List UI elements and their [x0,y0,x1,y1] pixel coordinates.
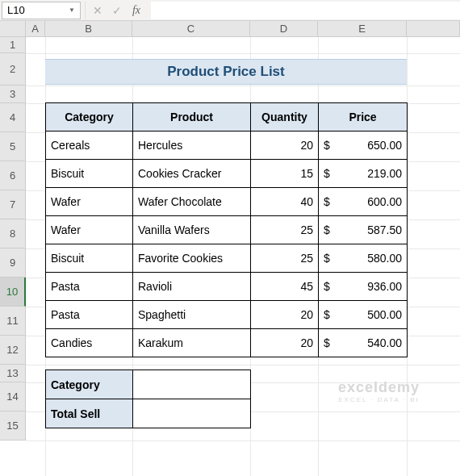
row-header-2[interactable]: 2 [0,53,26,86]
row-header-8[interactable]: 8 [0,219,26,248]
price-table: Category Product Quantity Price CerealsH… [45,102,408,357]
row-header-14[interactable]: 14 [0,382,26,411]
table-row: BiscuitCookies Cracker15$219.00 [46,160,408,188]
cell-price[interactable]: $587.50 [319,216,408,244]
cell-category[interactable]: Wafer [46,188,133,216]
cell-product[interactable]: Hercules [133,132,251,160]
lookup-category-value[interactable] [133,370,251,399]
select-all-corner[interactable] [0,21,26,37]
row-header-11[interactable]: 11 [0,307,26,336]
price-value: 219.00 [367,167,402,180]
row-header-1[interactable]: 1 [0,37,26,53]
col-header-e[interactable]: E [318,21,407,37]
cell-category[interactable]: Wafer [46,216,133,244]
gridline-h [26,53,460,54]
row-header-12[interactable]: 12 [0,336,26,365]
chevron-down-icon[interactable]: ▼ [69,6,75,14]
currency-symbol: $ [324,336,330,349]
header-category[interactable]: Category [46,103,133,132]
header-product[interactable]: Product [133,103,251,132]
cell-quantity[interactable]: 20 [251,329,319,357]
cell-price[interactable]: $600.00 [319,188,408,216]
price-value: 936.00 [367,280,402,293]
cell-price[interactable]: $650.00 [319,132,408,160]
gridline-h [26,441,460,441]
cell-quantity[interactable]: 20 [251,132,319,160]
cell-price[interactable]: $936.00 [319,273,408,301]
header-quantity[interactable]: Quantity [251,103,319,132]
row-header-7[interactable]: 7 [0,190,26,219]
watermark: exceldemy EXCEL · DATA · BI [338,379,420,403]
cell-quantity[interactable]: 45 [251,273,319,301]
row-header-3[interactable]: 3 [0,86,26,103]
cell-product[interactable]: Spaghetti [133,301,251,329]
lookup-category-label[interactable]: Category [46,370,133,399]
cell-category[interactable]: Biscuit [46,244,133,273]
row-header-6[interactable]: 6 [0,161,26,190]
name-box[interactable]: L10 ▼ [2,2,81,19]
cell-quantity[interactable]: 15 [251,160,319,188]
title-banner: Product Price List [45,59,407,85]
currency-symbol: $ [324,252,330,265]
separator [85,2,86,19]
cell-product[interactable]: Vanilla Wafers [133,216,251,244]
cell-price[interactable]: $540.00 [319,329,408,357]
table-header-row: Category Product Quantity Price [46,103,408,132]
cell-price[interactable]: $580.00 [319,244,408,273]
row-header-4[interactable]: 4 [0,103,26,132]
cell-product[interactable]: Cookies Cracker [133,160,251,188]
fx-icon[interactable]: fx [127,2,146,19]
cancel-icon: ✕ [88,2,107,19]
currency-symbol: $ [324,223,330,236]
lookup-row-total: Total Sell [46,399,251,428]
cell-quantity[interactable]: 25 [251,244,319,273]
formula-input[interactable] [151,2,460,19]
cell-product[interactable]: Wafer Chocolate [133,188,251,216]
cell-category[interactable]: Pasta [46,301,133,329]
cell-quantity[interactable]: 20 [251,301,319,329]
cell-category[interactable]: Biscuit [46,160,133,188]
cell-quantity[interactable]: 25 [251,216,319,244]
row-header-13[interactable]: 13 [0,365,26,382]
row-header-10[interactable]: 10 [0,278,26,307]
col-header-a[interactable]: A [26,21,45,37]
watermark-line2: EXCEL · DATA · BI [338,396,420,403]
header-price[interactable]: Price [319,103,408,132]
row-header-9[interactable]: 9 [0,248,26,278]
cell-quantity[interactable]: 40 [251,188,319,216]
col-header-d[interactable]: D [250,21,318,37]
price-value: 587.50 [367,223,402,236]
table-row: WaferWafer Chocolate40$600.00 [46,188,408,216]
name-box-value: L10 [7,4,25,16]
cell-product[interactable]: Karakum [133,329,251,357]
formula-bar: L10 ▼ ✕ ✓ fx [0,0,460,21]
cell-category[interactable]: Pasta [46,273,133,301]
col-header-c[interactable]: C [132,21,250,37]
column-headers: A B C D E [26,21,460,37]
price-value: 580.00 [367,252,402,265]
price-value: 650.00 [367,139,402,152]
cell-price[interactable]: $500.00 [319,301,408,329]
col-header-b[interactable]: B [45,21,132,37]
row-header-5[interactable]: 5 [0,132,26,161]
table-row: CerealsHercules20$650.00 [46,132,408,160]
currency-symbol: $ [324,139,330,152]
cell-price[interactable]: $219.00 [319,160,408,188]
currency-symbol: $ [324,167,330,180]
table-row: WaferVanilla Wafers25$587.50 [46,216,408,244]
table-row: BiscuitFavorite Cookies25$580.00 [46,244,408,273]
watermark-line1: exceldemy [338,379,420,396]
price-value: 600.00 [367,195,402,208]
cells-area[interactable]: Product Price List Category Product Quan… [26,37,460,476]
cell-product[interactable]: Favorite Cookies [133,244,251,273]
lookup-total-label[interactable]: Total Sell [46,399,133,428]
row-headers: 123456789101112131415 [0,37,26,441]
price-value: 540.00 [367,336,402,349]
col-header-blank[interactable] [407,21,460,37]
row-header-15[interactable]: 15 [0,411,26,441]
lookup-total-value[interactable] [133,399,251,428]
cell-product[interactable]: Ravioli [133,273,251,301]
table-row: PastaSpaghetti20$500.00 [46,301,408,329]
cell-category[interactable]: Cereals [46,132,133,160]
cell-category[interactable]: Candies [46,329,133,357]
